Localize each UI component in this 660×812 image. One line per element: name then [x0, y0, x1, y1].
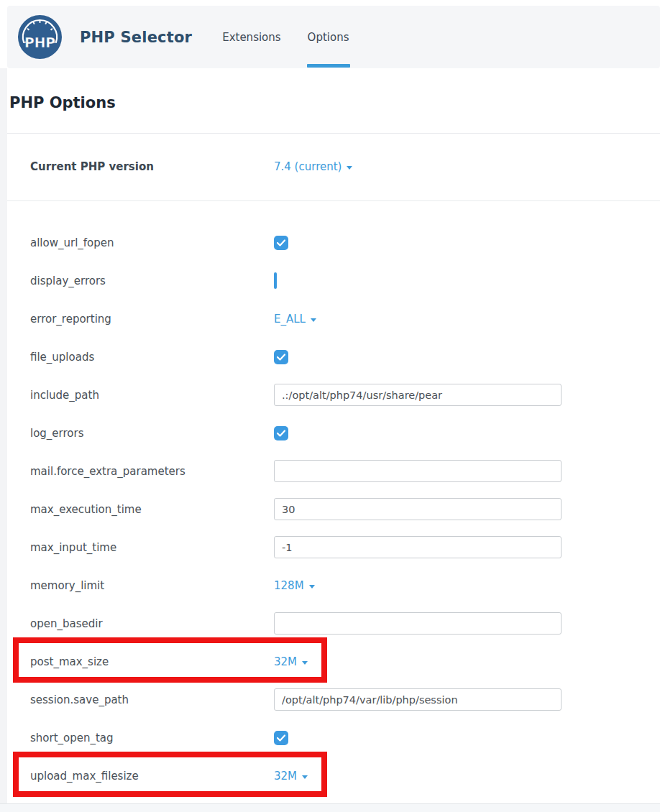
page-title: PHP Options [9, 94, 116, 111]
option-row: error_reporting E_ALL [30, 300, 660, 338]
option-row: display_errors [30, 262, 660, 300]
option-select[interactable]: 32M [274, 770, 308, 783]
checkmark-icon [277, 239, 285, 246]
option-row: post_max_size 32M [30, 642, 660, 680]
option-select[interactable]: 32M [274, 655, 308, 668]
option-label: session.save_path [30, 693, 274, 706]
option-text-input[interactable] [274, 688, 562, 711]
option-row: allow_url_fopen [30, 223, 660, 262]
current-php-version-label: Current PHP version [30, 160, 274, 173]
app-title: PHP Selector [80, 29, 192, 46]
option-label: log_errors [30, 427, 274, 440]
tab-extensions[interactable]: Extensions [222, 31, 280, 44]
option-label: mail.force_extra_parameters [30, 465, 274, 478]
option-checkbox[interactable] [274, 426, 288, 440]
chevron-down-icon [347, 166, 352, 170]
header-tabs: Extensions Options [222, 31, 349, 44]
option-text-input[interactable] [274, 536, 562, 558]
chevron-down-icon [311, 318, 316, 322]
option-select[interactable]: 128M [274, 579, 315, 592]
option-select-value: 32M [274, 770, 297, 783]
page-bottom-strip [0, 803, 660, 812]
tab-options[interactable]: Options [308, 31, 349, 44]
option-checkbox[interactable] [274, 350, 288, 364]
options-list: allow_url_fopen display_errors error_rep… [7, 205, 660, 795]
option-label: file_uploads [30, 351, 274, 364]
option-row: log_errors [30, 414, 660, 452]
checkmark-icon [277, 430, 285, 437]
option-row: upload_max_filesize 32M [30, 757, 660, 795]
option-row: max_input_time [30, 528, 660, 566]
option-label: max_execution_time [30, 503, 274, 516]
option-label: display_errors [30, 274, 274, 287]
option-select[interactable]: E_ALL [274, 313, 316, 326]
option-label: upload_max_filesize [30, 770, 274, 783]
option-row: file_uploads [30, 338, 660, 376]
option-row: memory_limit 128M [30, 566, 660, 604]
php-version-value: 7.4 (current) [274, 160, 342, 173]
option-text-input[interactable] [274, 498, 562, 520]
option-label: include_path [30, 389, 274, 402]
option-label: short_open_tag [30, 732, 274, 744]
page-gutter [0, 68, 7, 803]
option-select-value: E_ALL [274, 313, 306, 326]
checkmark-icon [277, 354, 285, 361]
option-row: mail.force_extra_parameters [30, 452, 660, 490]
php-version-dropdown[interactable]: 7.4 (current) [274, 160, 352, 173]
option-checkbox[interactable] [274, 731, 288, 745]
option-label: open_basedir [30, 617, 274, 630]
option-checkbox[interactable] [274, 236, 288, 250]
option-row: max_execution_time [30, 490, 660, 528]
chevron-down-icon [302, 661, 308, 665]
option-label: memory_limit [30, 579, 274, 592]
svg-text:PHP: PHP [24, 35, 55, 50]
header: PHP PHP Selector Extensions Options [7, 6, 660, 68]
option-label: error_reporting [30, 313, 274, 326]
divider [7, 200, 660, 201]
option-label: post_max_size [30, 655, 274, 668]
option-text-input[interactable] [274, 384, 562, 406]
option-label: max_input_time [30, 541, 274, 554]
option-row: include_path [30, 376, 660, 414]
php-selector-page: PHP PHP Selector Extensions Options PHP … [0, 0, 660, 812]
option-row: session.save_path [30, 680, 660, 719]
option-checkbox[interactable] [274, 272, 277, 289]
chevron-down-icon [309, 585, 315, 589]
php-gauge-logo-icon: PHP [17, 14, 63, 60]
option-select-value: 32M [274, 655, 297, 668]
option-row: short_open_tag [30, 719, 660, 757]
option-row: open_basedir [30, 604, 660, 642]
chevron-down-icon [302, 775, 308, 779]
option-select-value: 128M [274, 579, 304, 592]
divider [7, 133, 660, 134]
option-label: allow_url_fopen [30, 236, 274, 249]
option-text-input[interactable] [274, 460, 562, 482]
current-php-version-row: Current PHP version 7.4 (current) [30, 157, 352, 177]
checkmark-icon [277, 734, 285, 742]
option-text-input[interactable] [274, 612, 562, 635]
